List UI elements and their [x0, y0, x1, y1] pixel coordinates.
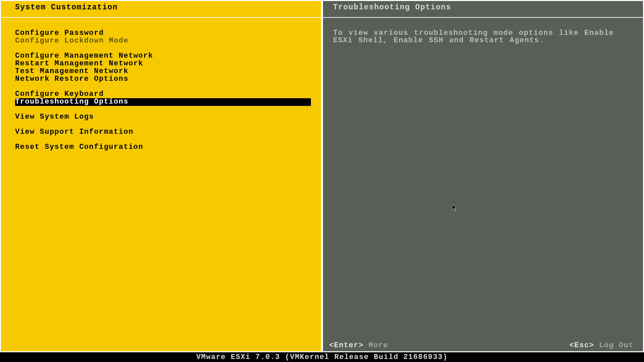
footer-hints: <Enter> More <Esc> Log Out: [323, 342, 643, 349]
hint-esc[interactable]: <Esc> Log Out: [570, 342, 634, 349]
menu-item[interactable]: Restart Management Network: [1, 60, 321, 68]
left-panel: System Customization Configure PasswordC…: [0, 0, 322, 352]
right-panel: Troubleshooting Options To view various …: [322, 0, 644, 352]
hint-enter[interactable]: <Enter> More: [329, 342, 388, 349]
menu-item[interactable]: View Support Information: [1, 128, 321, 136]
menu[interactable]: Configure PasswordConfigure Lockdown Mod…: [1, 18, 321, 151]
right-panel-title: Troubleshooting Options: [323, 1, 643, 18]
status-bar: VMware ESXi 7.0.3 (VMKernel Release Buil…: [0, 352, 644, 362]
menu-item[interactable]: Configure Lockdown Mode: [1, 37, 321, 45]
menu-item[interactable]: Troubleshooting Options: [15, 98, 311, 106]
menu-item[interactable]: Configure Keyboard: [1, 90, 321, 98]
menu-item[interactable]: Network Restore Options: [1, 75, 321, 83]
menu-item[interactable]: View System Logs: [1, 113, 321, 121]
menu-item[interactable]: Test Management Network: [1, 68, 321, 75]
menu-item[interactable]: Configure Management Network: [1, 52, 321, 60]
right-panel-description: To view various troubleshooting mode opt…: [323, 18, 643, 44]
dcui-screen: System Customization Configure PasswordC…: [0, 0, 644, 362]
left-panel-title: System Customization: [1, 1, 321, 18]
panels: System Customization Configure PasswordC…: [0, 0, 644, 352]
status-text: VMware ESXi 7.0.3 (VMKernel Release Buil…: [196, 354, 448, 361]
menu-item[interactable]: Configure Password: [1, 29, 321, 37]
menu-item[interactable]: Reset System Configuration: [1, 143, 321, 151]
